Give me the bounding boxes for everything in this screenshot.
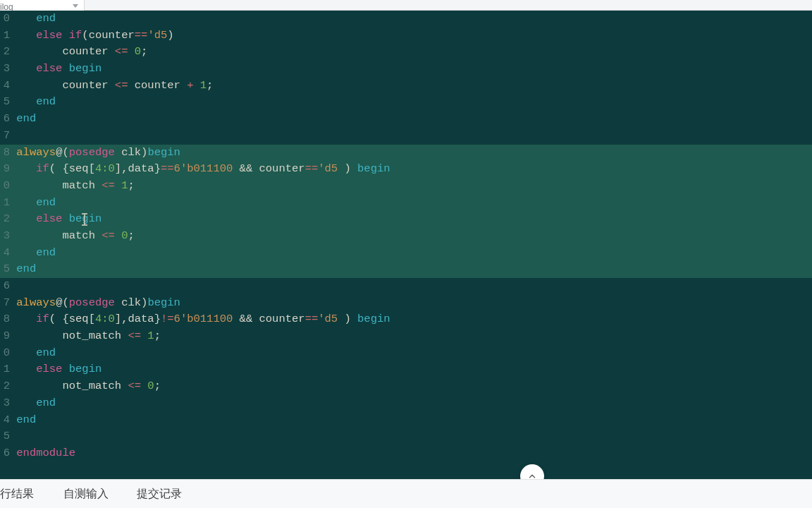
line-number: 9 <box>0 161 10 178</box>
line-number: 8 <box>0 311 10 328</box>
line-number: 7 <box>0 128 10 145</box>
code-line[interactable]: end <box>10 395 56 412</box>
line-number: 4 <box>0 78 10 95</box>
line-number: 1 <box>0 28 10 44</box>
code-line[interactable]: always@(posedge clk)begin <box>10 295 180 312</box>
line-number: 1 <box>0 195 10 212</box>
line-number: 8 <box>0 145 10 162</box>
code-line[interactable]: else begin <box>10 211 102 228</box>
code-line[interactable]: end <box>10 195 56 212</box>
code-line[interactable]: end <box>10 412 36 429</box>
bottom-tabs: 行结果 自测输入 提交记录 <box>0 479 812 508</box>
line-number: 3 <box>0 395 10 412</box>
line-number: 4 <box>0 412 10 429</box>
code-line[interactable]: if( {seq[4:0],data}!=6'b011100 && counte… <box>10 311 390 328</box>
line-number: 0 <box>0 11 10 28</box>
tab-label: 行结果 <box>0 488 34 500</box>
line-number: 5 <box>0 261 10 278</box>
code-line[interactable]: if( {seq[4:0],data}==6'b011100 && counte… <box>10 161 390 178</box>
line-number: 7 <box>0 295 10 312</box>
line-number: 2 <box>0 44 10 61</box>
code-line[interactable]: endmodule <box>10 445 75 462</box>
line-number: 6 <box>0 445 10 462</box>
code-line[interactable]: end <box>10 261 36 278</box>
code-line[interactable]: counter <= counter + 1; <box>10 78 213 95</box>
code-line[interactable]: end <box>10 94 56 111</box>
code-line[interactable]: end <box>10 111 36 128</box>
code-line[interactable]: match <= 1; <box>10 178 135 195</box>
code-line[interactable]: not_match <= 0; <box>10 378 161 395</box>
tab-label: 自测输入 <box>63 488 109 500</box>
line-number: 6 <box>0 111 10 128</box>
code-line[interactable]: counter <= 0; <box>10 44 147 61</box>
code-line[interactable]: end <box>10 11 56 28</box>
line-number: 3 <box>0 228 10 245</box>
tab-results[interactable]: 行结果 <box>0 485 49 503</box>
line-number: 3 <box>0 61 10 78</box>
line-number: 1 <box>0 361 10 378</box>
tab-submissions[interactable]: 提交记录 <box>123 485 196 503</box>
tab-selftest[interactable]: 自测输入 <box>49 485 123 503</box>
line-number: 2 <box>0 378 10 395</box>
code-line[interactable]: else begin <box>10 361 102 378</box>
code-line[interactable]: else if(counter=='d5) <box>10 28 174 44</box>
line-number: 5 <box>0 94 10 111</box>
code-editor[interactable]: 0 end 1 else if(counter=='d5) 2 counter … <box>0 11 812 480</box>
line-number: 0 <box>0 345 10 362</box>
top-bar: rilog <box>0 0 812 11</box>
code-line[interactable]: not_match <= 1; <box>10 328 161 345</box>
line-number: 9 <box>0 328 10 345</box>
code-line[interactable]: else begin <box>10 61 102 78</box>
line-number: 0 <box>0 178 10 195</box>
line-number: 4 <box>0 245 10 262</box>
line-number: 2 <box>0 211 10 228</box>
code-line[interactable]: end <box>10 245 56 262</box>
tab-label: 提交记录 <box>137 488 182 500</box>
code-line[interactable]: end <box>10 345 56 362</box>
line-number: 5 <box>0 428 10 445</box>
line-number: 6 <box>0 278 10 295</box>
code-line[interactable]: always@(posedge clk)begin <box>10 145 180 162</box>
code-line[interactable]: match <= 0; <box>10 228 135 245</box>
